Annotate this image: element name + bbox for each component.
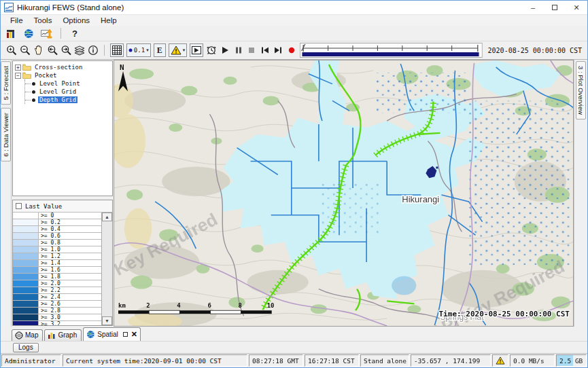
warning-icon [496, 356, 505, 365]
legend-row[interactable]: >= 1.4 [13, 260, 101, 267]
bars-icon [6, 29, 16, 39]
zoom-previous-icon [47, 45, 58, 56]
tree-item-pocket[interactable]: − Pocket [15, 71, 112, 79]
stop-button[interactable] [246, 44, 257, 56]
zoom-previous-button[interactable] [47, 44, 58, 56]
legend-swatch [13, 213, 39, 219]
legend-class-list: >= 0 >= 0.2 >= 0.4 [13, 213, 102, 325]
tab-plot-overview[interactable]: 3 : Plot Overview [576, 61, 586, 119]
legend-row[interactable]: >= 1.6 [13, 267, 101, 274]
globe-icon [24, 29, 34, 39]
legend-swatch [13, 260, 39, 266]
legend-swatch [13, 226, 39, 232]
logs-tab[interactable]: Logs [13, 343, 39, 352]
legend-row[interactable]: >= 2.8 [13, 308, 101, 314]
tree-connector [25, 100, 31, 100]
legend-row[interactable]: >= 2.0 [13, 280, 101, 287]
grid-toggle-button[interactable] [110, 43, 124, 57]
zoom-out-button[interactable] [20, 44, 31, 56]
folder-icon [22, 64, 31, 71]
timer-button[interactable] [206, 44, 217, 56]
legend-row[interactable]: >= 1.0 [13, 246, 101, 253]
tree-item-label: Pocket [33, 72, 58, 79]
legend-row[interactable]: >= 1.2 [13, 253, 101, 260]
legend-scrollbar[interactable]: ▲ ▼ [102, 213, 112, 325]
help-button[interactable]: ? [69, 29, 80, 39]
legend-row[interactable]: >= 1.8 [13, 274, 101, 280]
chart-arrow-icon [41, 28, 52, 39]
animation-dialog-button[interactable] [190, 43, 203, 57]
pause-button[interactable] [233, 44, 244, 56]
legend-row[interactable]: >= 0.8 [13, 240, 101, 246]
legend-letter: E [156, 45, 164, 56]
legend-class-label: >= 2.6 [39, 301, 101, 307]
tab-data-viewer[interactable]: 6 : Data Viewer [1, 108, 11, 162]
zoom-next-button[interactable] [60, 44, 71, 56]
tab-close-icon[interactable]: ✕ [131, 331, 137, 337]
database-bars-button[interactable] [5, 27, 17, 39]
toolbar-separator [104, 45, 105, 56]
zoom-in-button[interactable] [6, 44, 17, 56]
legend-row[interactable]: >= 3.0 [13, 314, 101, 321]
marker-size-dropdown[interactable]: 0.1 ▾ [126, 43, 151, 57]
collapse-icon[interactable]: − [15, 73, 21, 79]
tab-restore-icon[interactable] [123, 332, 128, 337]
tab-map[interactable]: Map [12, 329, 43, 341]
layers-button[interactable] [74, 44, 85, 56]
map-globe-button[interactable] [22, 27, 35, 39]
legend-class-label: >= 3.0 [39, 314, 101, 320]
legend-row[interactable]: >= 0.6 [13, 233, 101, 240]
legend-row[interactable]: >= 2.2 [13, 287, 101, 294]
tree-item-cross-section[interactable]: + Cross-section [15, 63, 112, 71]
status-warning[interactable] [492, 354, 508, 367]
tab-spatial-label: Spatial [97, 331, 118, 338]
map-toolbar: 0.1 ▾ E ▾ [1, 41, 587, 60]
map-canvas[interactable]: API Key Required API Key Required Hikura… [114, 60, 573, 326]
skip-start-button[interactable] [260, 44, 271, 56]
info-button[interactable] [88, 44, 99, 56]
record-button[interactable] [286, 44, 297, 56]
app-window: Hikurangi FEWS (Stand alone) – ✕ File To… [0, 0, 588, 368]
zoom-out-icon [20, 45, 31, 56]
zoom-next-icon [60, 45, 71, 56]
scroll-up-icon[interactable]: ▲ [102, 213, 112, 221]
legend-toggle-button[interactable]: E [154, 43, 166, 57]
expand-icon[interactable]: + [15, 65, 21, 71]
chevron-down-icon: ▾ [146, 48, 149, 53]
legend-row[interactable]: >= 0.4 [13, 226, 101, 233]
tab-forecast[interactable]: 5 : Forecast [1, 61, 11, 105]
tree-item-depth-grid[interactable]: Depth Grid [25, 96, 112, 104]
menu-help[interactable]: Help [95, 16, 122, 24]
pan-button[interactable] [33, 44, 44, 56]
legend-row[interactable]: >= 2.4 [13, 294, 101, 301]
scroll-down-icon[interactable]: ▼ [102, 316, 112, 325]
tree-item-label: Cross-section [33, 64, 84, 71]
menu-file[interactable]: File [5, 16, 29, 24]
tab-graph-label: Graph [58, 331, 77, 339]
minimize-button[interactable]: – [522, 1, 544, 14]
tab-graph[interactable]: Graph [44, 329, 82, 341]
tab-spatial[interactable]: Spatial ✕ [83, 327, 141, 341]
legend-class-label: >= 2.2 [39, 287, 101, 293]
menu-options[interactable]: Options [57, 16, 95, 24]
legend-swatch [13, 280, 39, 287]
close-button[interactable]: ✕ [566, 1, 587, 14]
legend-row[interactable]: >= 3.2 [13, 321, 101, 325]
legend-row[interactable]: >= 0 [13, 213, 101, 219]
maximize-button[interactable] [544, 1, 566, 14]
chart-display-button[interactable] [40, 27, 52, 39]
scroll-track[interactable] [102, 221, 112, 316]
play-button[interactable] [220, 44, 230, 56]
legend-row[interactable]: >= 0.2 [13, 219, 101, 226]
menu-tools[interactable]: Tools [29, 16, 58, 24]
time-slider[interactable] [300, 42, 483, 58]
last-value-checkbox[interactable] [16, 203, 22, 209]
tree-item-level-grid[interactable]: Level Grid [25, 88, 112, 96]
legend-row[interactable]: >= 2.6 [13, 301, 101, 308]
legend-swatch [13, 233, 39, 239]
tree-item-level-point[interactable]: Level Point [25, 79, 112, 88]
tree-connector [25, 92, 31, 92]
tree-item-label: Level Grid [38, 88, 77, 95]
skip-end-button[interactable] [273, 44, 284, 56]
warning-dropdown[interactable]: ▾ [169, 43, 188, 57]
